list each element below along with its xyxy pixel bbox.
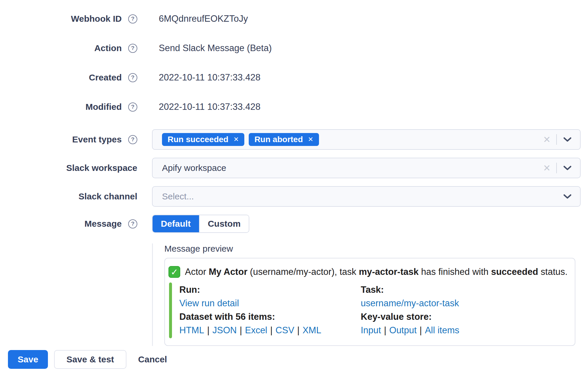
preview-task-column: Task: username/my-actor-task Key-value s… (361, 283, 459, 337)
event-types-label: Event types (72, 134, 122, 144)
slack-workspace-select[interactable]: Apify workspace ✕ (152, 158, 581, 178)
tag-label: Run succeeded (168, 135, 228, 144)
message-mode-toggle: Default Custom (152, 215, 249, 233)
dataset-csv-link[interactable]: CSV (275, 325, 294, 335)
success-checkmark-icon: ✓ (168, 266, 180, 278)
kv-input-link[interactable]: Input (361, 325, 381, 335)
run-heading: Run: (179, 283, 361, 297)
save-button[interactable]: Save (8, 350, 48, 369)
message-label: Message (84, 219, 122, 229)
remove-tag-icon[interactable]: ✕ (233, 136, 239, 143)
link-separator: | (270, 325, 273, 335)
created-value: 2022-10-11 10:37:33.428 (159, 72, 260, 83)
slack-channel-placeholder: Select... (162, 191, 194, 201)
kv-store-heading: Key-value store: (361, 310, 459, 324)
toggle-option-default[interactable]: Default (153, 215, 199, 232)
task-heading: Task: (361, 283, 459, 297)
modified-label: Modified (86, 102, 122, 112)
clear-select-icon[interactable]: ✕ (543, 164, 551, 173)
dataset-html-link[interactable]: HTML (179, 325, 204, 335)
toggle-option-custom[interactable]: Custom (199, 215, 249, 232)
task-name: my-actor-task (359, 267, 418, 277)
webhook-id-row: Webhook ID ? 6MQdnreufEOKZToJy (0, 12, 588, 26)
preview-run-column: Run: View run detail Dataset with 56 ite… (179, 283, 361, 337)
created-label: Created (89, 73, 122, 83)
view-run-detail-link[interactable]: View run detail (179, 298, 239, 308)
webhook-detail-form: Webhook ID ? 6MQdnreufEOKZToJy Action ? … (0, 0, 588, 370)
remove-tag-icon[interactable]: ✕ (308, 136, 313, 143)
event-types-select[interactable]: Run succeeded ✕ Run aborted ✕ ✕ (152, 129, 581, 150)
help-icon[interactable]: ? (128, 102, 137, 112)
slack-workspace-row: Slack workspace Apify workspace ✕ (0, 158, 588, 178)
message-preview-box: ✓ Actor My Actor (username/my-actor), ta… (164, 258, 575, 346)
task-detail-link[interactable]: username/my-actor-task (361, 298, 459, 308)
modified-value: 2022-10-11 10:37:33.428 (159, 102, 260, 112)
slack-channel-select[interactable]: Select... (152, 186, 581, 207)
dataset-json-link[interactable]: JSON (212, 325, 237, 335)
dataset-links: HTML|JSON|Excel|CSV|XML (179, 324, 361, 337)
kv-output-link[interactable]: Output (389, 325, 417, 335)
message-row: Message ? Default Custom (0, 215, 588, 233)
form-actions: Save Save & test Cancel (0, 350, 588, 369)
help-icon[interactable]: ? (128, 135, 137, 144)
select-divider (556, 134, 557, 145)
help-icon[interactable]: ? (128, 44, 137, 53)
action-value: Send Slack Message (Beta) (159, 43, 272, 53)
select-divider (556, 163, 557, 173)
chevron-down-icon[interactable] (562, 193, 572, 200)
event-type-tag: Run succeeded ✕ (162, 133, 244, 146)
link-separator: | (240, 325, 242, 335)
dataset-excel-link[interactable]: Excel (245, 325, 267, 335)
message-preview-title: Message preview (164, 243, 581, 254)
attachment-color-bar (169, 282, 172, 338)
actor-name: My Actor (209, 267, 247, 277)
chevron-down-icon[interactable] (562, 136, 572, 143)
webhook-id-value: 6MQdnreufEOKZToJy (159, 14, 248, 24)
help-icon[interactable]: ? (128, 14, 137, 23)
action-label: Action (94, 43, 122, 53)
help-icon[interactable]: ? (128, 73, 137, 82)
event-type-tag: Run aborted ✕ (249, 133, 319, 146)
save-and-test-button[interactable]: Save & test (54, 350, 126, 369)
message-preview-section: Message preview ✓ Actor My Actor (userna… (152, 243, 581, 346)
tag-label: Run aborted (254, 135, 303, 144)
kv-store-links: Input|Output|All items (361, 324, 459, 337)
run-status: succeeded (491, 267, 538, 277)
dataset-xml-link[interactable]: XML (303, 325, 321, 335)
preview-headline-text: Actor My Actor (username/my-actor), task… (185, 266, 567, 278)
action-row: Action ? Send Slack Message (Beta) (0, 41, 588, 55)
link-separator: | (384, 325, 386, 335)
link-separator: | (297, 325, 300, 335)
link-separator: | (207, 325, 209, 335)
cancel-button[interactable]: Cancel (138, 350, 167, 369)
slack-workspace-label: Slack workspace (66, 163, 137, 173)
slack-workspace-value: Apify workspace (162, 163, 226, 173)
slack-channel-row: Slack channel Select... (0, 186, 588, 207)
message-preview-section-row: Message preview ✓ Actor My Actor (userna… (0, 243, 588, 346)
slack-channel-label: Slack channel (78, 191, 137, 201)
help-icon[interactable]: ? (128, 219, 137, 228)
chevron-down-icon[interactable] (562, 164, 572, 171)
modified-row: Modified ? 2022-10-11 10:37:33.428 (0, 100, 588, 114)
link-separator: | (420, 325, 422, 335)
clear-select-icon[interactable]: ✕ (543, 135, 551, 144)
webhook-id-label: Webhook ID (71, 14, 122, 24)
webhook-form: Webhook ID ? 6MQdnreufEOKZToJy Action ? … (0, 0, 588, 346)
created-row: Created ? 2022-10-11 10:37:33.428 (0, 70, 588, 85)
dataset-heading: Dataset with 56 items: (179, 310, 361, 324)
kv-all-items-link[interactable]: All items (425, 325, 459, 335)
preview-headline: ✓ Actor My Actor (username/my-actor), ta… (168, 266, 568, 278)
event-types-row: Event types ? Run succeeded ✕ Run aborte… (0, 129, 588, 150)
preview-attachment: Run: View run detail Dataset with 56 ite… (169, 282, 568, 338)
